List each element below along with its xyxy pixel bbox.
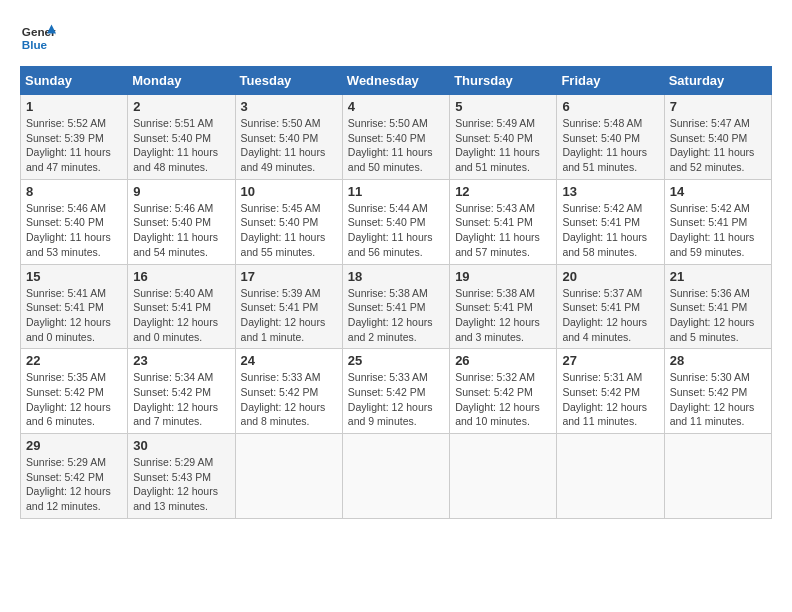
calendar-cell: 1Sunrise: 5:52 AM Sunset: 5:39 PM Daylig… [21, 95, 128, 180]
day-info: Sunrise: 5:44 AM Sunset: 5:40 PM Dayligh… [348, 201, 444, 260]
calendar-cell: 29Sunrise: 5:29 AM Sunset: 5:42 PM Dayli… [21, 434, 128, 519]
calendar-week: 15Sunrise: 5:41 AM Sunset: 5:41 PM Dayli… [21, 264, 772, 349]
calendar-cell [342, 434, 449, 519]
calendar-cell: 23Sunrise: 5:34 AM Sunset: 5:42 PM Dayli… [128, 349, 235, 434]
calendar-cell: 8Sunrise: 5:46 AM Sunset: 5:40 PM Daylig… [21, 179, 128, 264]
day-number: 1 [26, 99, 122, 114]
calendar-cell [450, 434, 557, 519]
day-number: 14 [670, 184, 766, 199]
day-info: Sunrise: 5:46 AM Sunset: 5:40 PM Dayligh… [133, 201, 229, 260]
calendar-cell: 26Sunrise: 5:32 AM Sunset: 5:42 PM Dayli… [450, 349, 557, 434]
weekday-header: Wednesday [342, 67, 449, 95]
day-info: Sunrise: 5:31 AM Sunset: 5:42 PM Dayligh… [562, 370, 658, 429]
day-info: Sunrise: 5:39 AM Sunset: 5:41 PM Dayligh… [241, 286, 337, 345]
day-info: Sunrise: 5:48 AM Sunset: 5:40 PM Dayligh… [562, 116, 658, 175]
day-number: 9 [133, 184, 229, 199]
day-number: 25 [348, 353, 444, 368]
day-info: Sunrise: 5:37 AM Sunset: 5:41 PM Dayligh… [562, 286, 658, 345]
calendar-cell: 6Sunrise: 5:48 AM Sunset: 5:40 PM Daylig… [557, 95, 664, 180]
calendar-cell: 11Sunrise: 5:44 AM Sunset: 5:40 PM Dayli… [342, 179, 449, 264]
day-number: 23 [133, 353, 229, 368]
day-info: Sunrise: 5:36 AM Sunset: 5:41 PM Dayligh… [670, 286, 766, 345]
calendar-cell: 2Sunrise: 5:51 AM Sunset: 5:40 PM Daylig… [128, 95, 235, 180]
calendar-cell: 14Sunrise: 5:42 AM Sunset: 5:41 PM Dayli… [664, 179, 771, 264]
day-info: Sunrise: 5:50 AM Sunset: 5:40 PM Dayligh… [348, 116, 444, 175]
day-number: 3 [241, 99, 337, 114]
day-number: 28 [670, 353, 766, 368]
day-info: Sunrise: 5:33 AM Sunset: 5:42 PM Dayligh… [348, 370, 444, 429]
calendar-week: 29Sunrise: 5:29 AM Sunset: 5:42 PM Dayli… [21, 434, 772, 519]
calendar-week: 22Sunrise: 5:35 AM Sunset: 5:42 PM Dayli… [21, 349, 772, 434]
day-info: Sunrise: 5:51 AM Sunset: 5:40 PM Dayligh… [133, 116, 229, 175]
calendar-cell: 7Sunrise: 5:47 AM Sunset: 5:40 PM Daylig… [664, 95, 771, 180]
day-number: 19 [455, 269, 551, 284]
day-number: 7 [670, 99, 766, 114]
svg-text:Blue: Blue [22, 38, 48, 51]
day-number: 10 [241, 184, 337, 199]
day-number: 21 [670, 269, 766, 284]
day-number: 5 [455, 99, 551, 114]
day-info: Sunrise: 5:50 AM Sunset: 5:40 PM Dayligh… [241, 116, 337, 175]
calendar-cell: 21Sunrise: 5:36 AM Sunset: 5:41 PM Dayli… [664, 264, 771, 349]
day-info: Sunrise: 5:38 AM Sunset: 5:41 PM Dayligh… [348, 286, 444, 345]
day-number: 29 [26, 438, 122, 453]
calendar-cell: 20Sunrise: 5:37 AM Sunset: 5:41 PM Dayli… [557, 264, 664, 349]
calendar-cell: 17Sunrise: 5:39 AM Sunset: 5:41 PM Dayli… [235, 264, 342, 349]
weekday-header: Monday [128, 67, 235, 95]
page-header: General Blue [20, 20, 772, 56]
calendar-cell: 19Sunrise: 5:38 AM Sunset: 5:41 PM Dayli… [450, 264, 557, 349]
calendar-week: 8Sunrise: 5:46 AM Sunset: 5:40 PM Daylig… [21, 179, 772, 264]
day-info: Sunrise: 5:42 AM Sunset: 5:41 PM Dayligh… [562, 201, 658, 260]
day-number: 8 [26, 184, 122, 199]
day-info: Sunrise: 5:33 AM Sunset: 5:42 PM Dayligh… [241, 370, 337, 429]
day-info: Sunrise: 5:30 AM Sunset: 5:42 PM Dayligh… [670, 370, 766, 429]
day-info: Sunrise: 5:34 AM Sunset: 5:42 PM Dayligh… [133, 370, 229, 429]
day-info: Sunrise: 5:47 AM Sunset: 5:40 PM Dayligh… [670, 116, 766, 175]
calendar-cell: 27Sunrise: 5:31 AM Sunset: 5:42 PM Dayli… [557, 349, 664, 434]
day-number: 27 [562, 353, 658, 368]
calendar-cell: 24Sunrise: 5:33 AM Sunset: 5:42 PM Dayli… [235, 349, 342, 434]
calendar-cell: 16Sunrise: 5:40 AM Sunset: 5:41 PM Dayli… [128, 264, 235, 349]
calendar-cell: 3Sunrise: 5:50 AM Sunset: 5:40 PM Daylig… [235, 95, 342, 180]
day-info: Sunrise: 5:40 AM Sunset: 5:41 PM Dayligh… [133, 286, 229, 345]
logo: General Blue [20, 20, 56, 56]
calendar-cell: 30Sunrise: 5:29 AM Sunset: 5:43 PM Dayli… [128, 434, 235, 519]
calendar-cell: 12Sunrise: 5:43 AM Sunset: 5:41 PM Dayli… [450, 179, 557, 264]
weekday-header: Friday [557, 67, 664, 95]
day-info: Sunrise: 5:43 AM Sunset: 5:41 PM Dayligh… [455, 201, 551, 260]
calendar-cell: 9Sunrise: 5:46 AM Sunset: 5:40 PM Daylig… [128, 179, 235, 264]
day-info: Sunrise: 5:49 AM Sunset: 5:40 PM Dayligh… [455, 116, 551, 175]
day-number: 20 [562, 269, 658, 284]
day-info: Sunrise: 5:32 AM Sunset: 5:42 PM Dayligh… [455, 370, 551, 429]
day-info: Sunrise: 5:52 AM Sunset: 5:39 PM Dayligh… [26, 116, 122, 175]
calendar-cell [664, 434, 771, 519]
weekday-header: Tuesday [235, 67, 342, 95]
day-number: 6 [562, 99, 658, 114]
day-number: 16 [133, 269, 229, 284]
day-number: 22 [26, 353, 122, 368]
day-info: Sunrise: 5:29 AM Sunset: 5:42 PM Dayligh… [26, 455, 122, 514]
calendar-cell: 28Sunrise: 5:30 AM Sunset: 5:42 PM Dayli… [664, 349, 771, 434]
day-number: 26 [455, 353, 551, 368]
calendar-cell: 4Sunrise: 5:50 AM Sunset: 5:40 PM Daylig… [342, 95, 449, 180]
day-number: 12 [455, 184, 551, 199]
calendar-cell: 15Sunrise: 5:41 AM Sunset: 5:41 PM Dayli… [21, 264, 128, 349]
weekday-header: Thursday [450, 67, 557, 95]
calendar-cell [557, 434, 664, 519]
day-number: 17 [241, 269, 337, 284]
calendar-cell: 22Sunrise: 5:35 AM Sunset: 5:42 PM Dayli… [21, 349, 128, 434]
day-number: 18 [348, 269, 444, 284]
day-number: 30 [133, 438, 229, 453]
calendar-cell: 25Sunrise: 5:33 AM Sunset: 5:42 PM Dayli… [342, 349, 449, 434]
calendar-cell: 13Sunrise: 5:42 AM Sunset: 5:41 PM Dayli… [557, 179, 664, 264]
calendar-cell [235, 434, 342, 519]
day-number: 15 [26, 269, 122, 284]
calendar-cell: 5Sunrise: 5:49 AM Sunset: 5:40 PM Daylig… [450, 95, 557, 180]
calendar-table: SundayMondayTuesdayWednesdayThursdayFrid… [20, 66, 772, 519]
day-number: 2 [133, 99, 229, 114]
day-info: Sunrise: 5:45 AM Sunset: 5:40 PM Dayligh… [241, 201, 337, 260]
calendar-header: SundayMondayTuesdayWednesdayThursdayFrid… [21, 67, 772, 95]
calendar-cell: 18Sunrise: 5:38 AM Sunset: 5:41 PM Dayli… [342, 264, 449, 349]
day-info: Sunrise: 5:41 AM Sunset: 5:41 PM Dayligh… [26, 286, 122, 345]
day-number: 11 [348, 184, 444, 199]
